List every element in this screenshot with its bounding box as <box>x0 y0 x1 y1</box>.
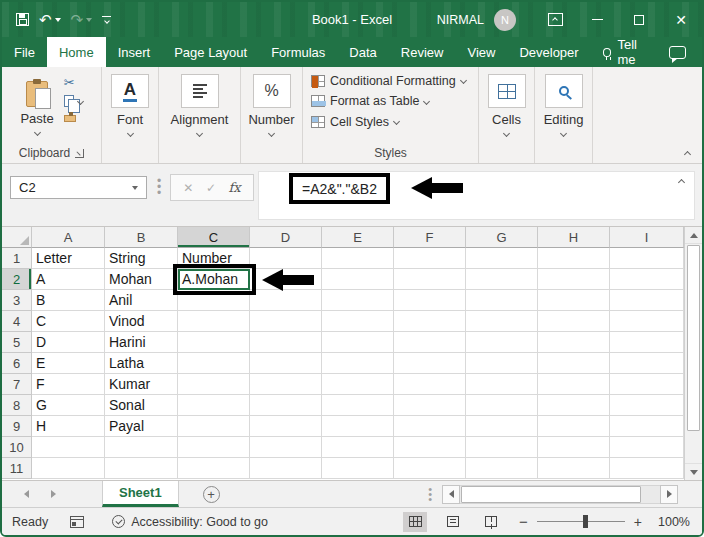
ribbon-display-options-button[interactable] <box>534 2 576 37</box>
cell-d11[interactable] <box>250 458 322 479</box>
cell-d1[interactable] <box>250 248 322 269</box>
cell-b9[interactable]: Payal <box>105 416 178 437</box>
cell-g4[interactable] <box>466 311 538 332</box>
cell-e6[interactable] <box>322 353 394 374</box>
cell-d7[interactable] <box>250 374 322 395</box>
cell-g6[interactable] <box>466 353 538 374</box>
column-header-c[interactable]: C <box>178 227 250 248</box>
cut-icon[interactable]: ✂ <box>64 76 83 89</box>
row-header-10[interactable]: 10 <box>2 437 32 458</box>
cell-h2[interactable] <box>538 269 610 290</box>
row-header-9[interactable]: 9 <box>2 416 32 437</box>
cell-g5[interactable] <box>466 332 538 353</box>
tab-review[interactable]: Review <box>389 37 456 67</box>
cell-h7[interactable] <box>538 374 610 395</box>
cell-g2[interactable] <box>466 269 538 290</box>
select-all-corner[interactable] <box>2 227 32 248</box>
cell-c6[interactable] <box>178 353 250 374</box>
tab-data[interactable]: Data <box>337 37 388 67</box>
cell-a10[interactable] <box>32 437 105 458</box>
column-header-g[interactable]: G <box>466 227 538 248</box>
cell-c2[interactable]: A.Mohan <box>178 269 250 290</box>
copy-button[interactable] <box>64 95 83 107</box>
cell-h6[interactable] <box>538 353 610 374</box>
close-button[interactable]: ✕ <box>660 2 702 37</box>
cell-a2[interactable]: A <box>32 269 105 290</box>
zoom-out-button[interactable]: − <box>519 513 528 530</box>
cell-d6[interactable] <box>250 353 322 374</box>
cell-a6[interactable]: E <box>32 353 105 374</box>
minimize-button[interactable] <box>576 2 618 37</box>
cell-a4[interactable]: C <box>32 311 105 332</box>
cell-e5[interactable] <box>322 332 394 353</box>
cell-c8[interactable] <box>178 395 250 416</box>
cell-f1[interactable] <box>394 248 466 269</box>
sheet-tab-sheet1[interactable]: Sheet1 <box>102 481 179 507</box>
cell-i2[interactable] <box>610 269 684 290</box>
cell-c10[interactable] <box>178 437 250 458</box>
cell-e7[interactable] <box>322 374 394 395</box>
cell-c9[interactable] <box>178 416 250 437</box>
cell-h9[interactable] <box>538 416 610 437</box>
vertical-scroll-thumb[interactable] <box>687 245 700 431</box>
cell-g7[interactable] <box>466 374 538 395</box>
cell-h10[interactable] <box>538 437 610 458</box>
formula-bar-input[interactable]: =A2&"."&B2 <box>258 171 695 220</box>
column-header-d[interactable]: D <box>250 227 322 248</box>
cell-b2[interactable]: Mohan <box>105 269 178 290</box>
maximize-button[interactable] <box>618 2 660 37</box>
cell-h8[interactable] <box>538 395 610 416</box>
cell-a9[interactable]: H <box>32 416 105 437</box>
scroll-down-button[interactable] <box>685 463 702 480</box>
cell-d10[interactable] <box>250 437 322 458</box>
cell-e11[interactable] <box>322 458 394 479</box>
page-layout-view-button[interactable] <box>441 512 465 532</box>
scroll-right-button[interactable] <box>660 485 678 504</box>
redo-button[interactable]: ↷ <box>71 12 93 27</box>
cell-c11[interactable] <box>178 458 250 479</box>
cell-f2[interactable] <box>394 269 466 290</box>
cell-f3[interactable] <box>394 290 466 311</box>
customize-qat-button[interactable] <box>102 16 111 24</box>
paste-button[interactable]: Paste <box>20 81 53 135</box>
cancel-entry-icon[interactable]: ✕ <box>183 181 193 195</box>
cell-d5[interactable] <box>250 332 322 353</box>
row-header-6[interactable]: 6 <box>2 353 32 374</box>
cell-i11[interactable] <box>610 458 684 479</box>
row-header-5[interactable]: 5 <box>2 332 32 353</box>
scroll-left-button[interactable] <box>442 485 460 504</box>
cell-e1[interactable] <box>322 248 394 269</box>
cell-i6[interactable] <box>610 353 684 374</box>
cell-d4[interactable] <box>250 311 322 332</box>
row-header-7[interactable]: 7 <box>2 374 32 395</box>
insert-function-icon[interactable]: fx <box>229 180 241 195</box>
cell-e4[interactable] <box>322 311 394 332</box>
cell-h4[interactable] <box>538 311 610 332</box>
cell-g3[interactable] <box>466 290 538 311</box>
page-break-view-button[interactable] <box>479 512 503 532</box>
column-header-h[interactable]: H <box>538 227 610 248</box>
cell-b7[interactable]: Kumar <box>105 374 178 395</box>
cell-f4[interactable] <box>394 311 466 332</box>
previous-sheet-icon[interactable] <box>24 490 29 498</box>
cell-b1[interactable]: String <box>105 248 178 269</box>
cell-i3[interactable] <box>610 290 684 311</box>
column-header-i[interactable]: I <box>610 227 684 248</box>
cell-i4[interactable] <box>610 311 684 332</box>
macro-record-icon[interactable] <box>70 516 84 528</box>
user-name[interactable]: NIRMAL <box>437 13 484 27</box>
cell-b8[interactable]: Sonal <box>105 395 178 416</box>
cell-a7[interactable]: F <box>32 374 105 395</box>
format-painter-icon[interactable] <box>64 115 76 122</box>
tab-formulas[interactable]: Formulas <box>259 37 337 67</box>
column-header-e[interactable]: E <box>322 227 394 248</box>
cell-i7[interactable] <box>610 374 684 395</box>
vertical-scrollbar[interactable] <box>684 227 702 480</box>
cell-a5[interactable]: D <box>32 332 105 353</box>
comments-icon[interactable] <box>669 46 686 59</box>
splitter-dots[interactable]: ••• <box>428 487 432 502</box>
collapse-formula-bar-icon[interactable] <box>678 179 685 186</box>
collapse-ribbon-icon[interactable] <box>684 151 691 158</box>
cell-h1[interactable] <box>538 248 610 269</box>
zoom-in-button[interactable]: + <box>634 514 642 530</box>
